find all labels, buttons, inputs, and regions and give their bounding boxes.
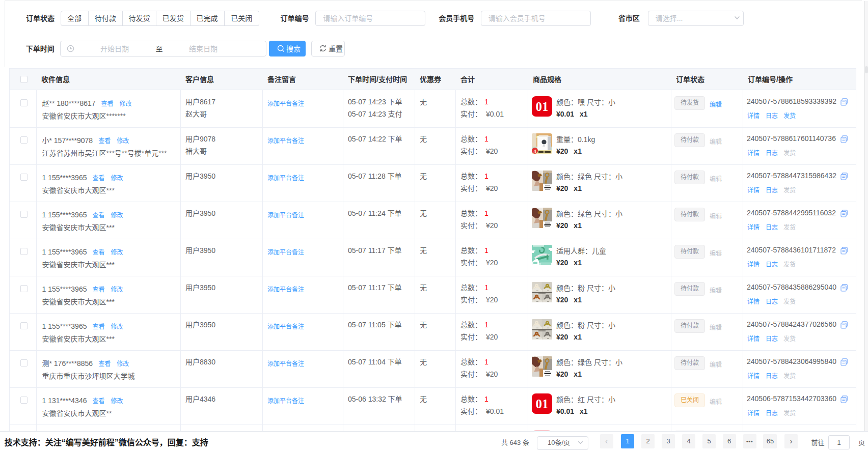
svg-text:01: 01 (536, 397, 549, 411)
svg-text:4: 4 (534, 149, 536, 154)
svg-text:01: 01 (536, 100, 549, 114)
